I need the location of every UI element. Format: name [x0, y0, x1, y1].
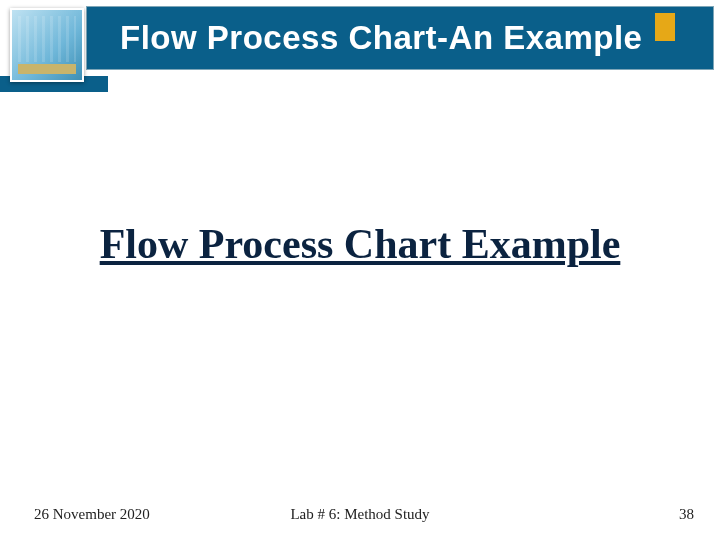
slide-title: Flow Process Chart-An Example — [120, 10, 680, 66]
main-content: Flow Process Chart Example — [60, 220, 660, 268]
chart-icon — [10, 8, 84, 82]
footer-page-number: 38 — [679, 506, 694, 523]
slide-footer: 26 November 2020 Lab # 6: Method Study 3… — [0, 500, 720, 528]
slide-header: Flow Process Chart-An Example — [0, 0, 720, 92]
footer-center: Lab # 6: Method Study — [290, 506, 429, 523]
slide: Flow Process Chart-An Example Flow Proce… — [0, 0, 720, 540]
flow-process-chart-link[interactable]: Flow Process Chart Example — [100, 221, 621, 267]
footer-date: 26 November 2020 — [34, 506, 150, 523]
